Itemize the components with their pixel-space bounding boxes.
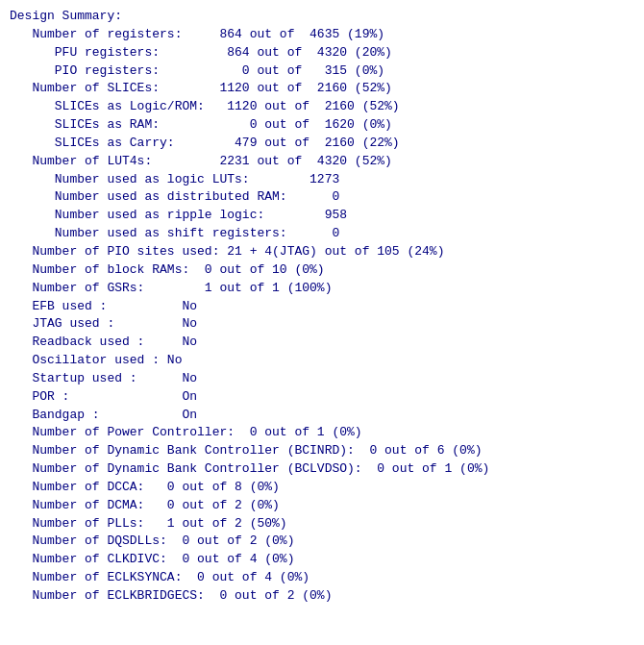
design-summary: Design Summary: Number of registers: 864… xyxy=(10,8,634,606)
